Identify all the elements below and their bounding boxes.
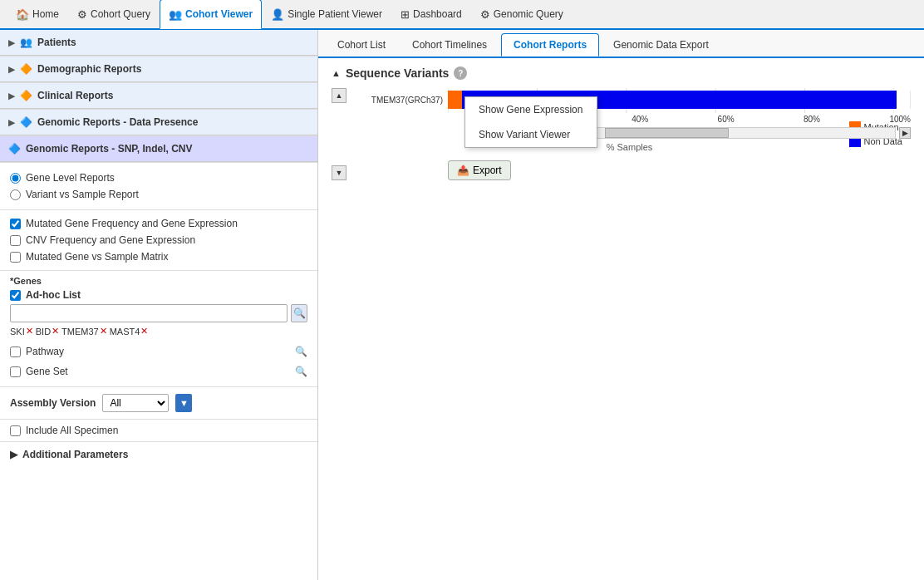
mutated-gene-vs-sample-checkbox[interactable] (10, 252, 21, 263)
sidebar: ▶ 👥 Patients ▶ 🔶 Demographic Reports ▶ 🔶… (0, 30, 318, 580)
sub-tabs: Cohort List Cohort Timelines Cohort Repo… (318, 30, 924, 58)
vertical-scroll-controls: ▲ ▼ (332, 88, 346, 180)
pathway-search-icon[interactable]: 🔍 (295, 346, 307, 357)
genes-section: *Genes Ad-hoc List 🔍 SKI (0, 271, 317, 387)
pathway-checkbox[interactable] (10, 347, 21, 357)
gene-tag-tmem37-delete[interactable]: ✕ (100, 326, 107, 337)
chart-grid-area: TMEM37(GRCh37) (348, 88, 911, 111)
chart-wrapper: ▲ ▼ (332, 88, 911, 180)
scroll-down-button[interactable]: ▼ (332, 165, 346, 180)
sidebar-scrollable-area: Gene Level Reports Variant vs Sample Rep… (0, 163, 317, 580)
gene-label: TMEM37(GRCh37) (348, 96, 448, 105)
nav-genomic-query[interactable]: ⚙ Genomic Query (471, 0, 573, 29)
mutation-bar (448, 91, 462, 109)
gene-tag-tmem37: TMEM37 ✕ (61, 326, 107, 337)
tab-cohort-list[interactable]: Cohort List (325, 33, 398, 57)
chart-area: ▲ Sequence Variants ? ▲ ▼ (318, 58, 924, 580)
variant-vs-sample-option[interactable]: Variant vs Sample Report (10, 186, 307, 203)
genes-label: *Genes (10, 276, 307, 286)
home-icon: 🏠 (16, 8, 29, 21)
context-menu: Show Gene Expression Show Variant Viewer (464, 96, 597, 148)
gene-tag-ski-delete[interactable]: ✕ (26, 326, 33, 337)
gene-level-reports-option[interactable]: Gene Level Reports (10, 170, 307, 186)
patients-section: ▶ 👥 Patients (0, 30, 317, 57)
show-gene-expression-item[interactable]: Show Gene Expression (465, 97, 597, 122)
single-patient-icon: 👤 (271, 8, 284, 21)
gene-level-radio[interactable] (10, 173, 21, 184)
tab-cohort-timelines[interactable]: Cohort Timelines (400, 33, 499, 57)
gene-tag-mast4-delete[interactable]: ✕ (140, 326, 148, 337)
nav-dashboard[interactable]: ⊞ Dashboard (391, 0, 471, 29)
include-specimen-checkbox[interactable] (10, 425, 21, 436)
include-specimen-section: Include All Specimen (0, 420, 317, 442)
x-axis-title: % Samples (348, 142, 911, 152)
report-type-group: Gene Level Reports Variant vs Sample Rep… (0, 163, 317, 210)
dashboard-icon: ⊞ (401, 8, 410, 21)
clinical-section: ▶ 🔶 Clinical Reports (0, 83, 317, 110)
mutated-gene-vs-sample-option[interactable]: Mutated Gene vs Sample Matrix (10, 248, 307, 265)
sidebar-content: Gene Level Reports Variant vs Sample Rep… (0, 163, 317, 580)
gene-search-input[interactable] (10, 304, 288, 322)
patients-header[interactable]: ▶ 👥 Patients (0, 30, 317, 56)
mutated-gene-freq-checkbox[interactable] (10, 219, 21, 229)
genomic-dp-header[interactable]: ▶ 🔷 Genomic Reports - Data Presence (0, 110, 317, 135)
nav-home[interactable]: 🏠 Home (7, 0, 68, 29)
gene-tags: SKI ✕ BID ✕ TMEM37 ✕ MAST4 (10, 326, 307, 337)
gene-bar-row: TMEM37(GRCh37) (348, 88, 911, 111)
cnv-freq-checkbox[interactable] (10, 235, 21, 246)
main-layout: ▶ 👥 Patients ▶ 🔶 Demographic Reports ▶ 🔶… (0, 30, 924, 580)
gene-tag-mast4: MAST4 ✕ (110, 326, 149, 337)
assembly-label: Assembly Version (10, 397, 96, 409)
gene-tag-ski: SKI ✕ (10, 326, 33, 337)
export-button-area: 📤 Export (448, 160, 911, 180)
right-content: Cohort List Cohort Timelines Cohort Repo… (318, 30, 924, 580)
gene-input-row: 🔍 (10, 304, 307, 322)
clinical-icon: 🔶 (20, 90, 32, 101)
cnv-freq-option[interactable]: CNV Frequency and Gene Expression (10, 232, 307, 248)
gene-search-button[interactable]: 🔍 (291, 304, 307, 322)
show-variant-viewer-item[interactable]: Show Variant Viewer (465, 122, 597, 147)
additional-params-section[interactable]: ▶ Additional Parameters (0, 442, 317, 467)
help-icon[interactable]: ? (454, 66, 467, 80)
adhoc-list-checkbox[interactable] (10, 290, 21, 301)
assembly-section: Assembly Version All ▼ (0, 387, 317, 420)
tab-genomic-data-export[interactable]: Genomic Data Export (601, 33, 721, 57)
variant-vs-sample-radio[interactable] (10, 189, 21, 200)
clinical-arrow: ▶ (8, 91, 15, 101)
gene-tag-bid: BID ✕ (36, 326, 59, 337)
genomic-snp-icon: 🔷 (8, 143, 21, 155)
gene-set-checkbox[interactable] (10, 366, 21, 377)
export-button[interactable]: 📤 Export (448, 160, 511, 180)
tab-cohort-reports[interactable]: Cohort Reports (501, 33, 599, 57)
scroll-up-button[interactable]: ▲ (332, 88, 346, 103)
genomic-query-icon: ⚙ (480, 8, 490, 21)
genomic-data-presence-section: ▶ 🔷 Genomic Reports - Data Presence (0, 110, 317, 136)
cohort-query-icon: ⚙ (77, 8, 87, 21)
nav-cohort-viewer[interactable]: 👥 Cohort Viewer (160, 0, 262, 29)
genomic-dp-arrow: ▶ (8, 118, 15, 127)
genomic-snp-header[interactable]: 🔷 Genomic Reports - SNP, Indel, CNV (0, 136, 317, 162)
genomic-snp-section: 🔷 Genomic Reports - SNP, Indel, CNV (0, 136, 317, 163)
patients-icon: 👥 (20, 37, 32, 48)
demographic-icon: 🔶 (20, 63, 32, 75)
pathway-row: Pathway 🔍 (10, 342, 307, 361)
export-icon: 📤 (457, 165, 469, 176)
clinical-header[interactable]: ▶ 🔶 Clinical Reports (0, 83, 317, 109)
report-checkboxes: Mutated Gene Frequency and Gene Expressi… (0, 210, 317, 271)
nav-cohort-query[interactable]: ⚙ Cohort Query (68, 0, 160, 29)
gene-set-row: Gene Set 🔍 (10, 361, 307, 381)
genomic-dp-icon: 🔷 (20, 116, 32, 128)
assembly-dropdown-arrow[interactable]: ▼ (175, 394, 192, 412)
gene-set-search-icon[interactable]: 🔍 (295, 366, 307, 377)
nav-single-patient-viewer[interactable]: 👤 Single Patient Viewer (262, 0, 391, 29)
bar-chart-area: TMEM37(GRCh37) (348, 88, 911, 180)
mutated-gene-freq-option[interactable]: Mutated Gene Frequency and Gene Expressi… (10, 215, 307, 232)
patients-arrow: ▶ (8, 38, 15, 47)
demographic-header[interactable]: ▶ 🔶 Demographic Reports (0, 57, 317, 82)
collapse-icon[interactable]: ▲ (332, 68, 341, 78)
additional-params-label: Additional Parameters (22, 449, 128, 460)
scroll-thumb[interactable] (605, 128, 730, 138)
demographic-arrow: ▶ (8, 65, 15, 74)
gene-tag-bid-delete[interactable]: ✕ (52, 326, 59, 337)
assembly-select[interactable]: All (102, 394, 169, 412)
